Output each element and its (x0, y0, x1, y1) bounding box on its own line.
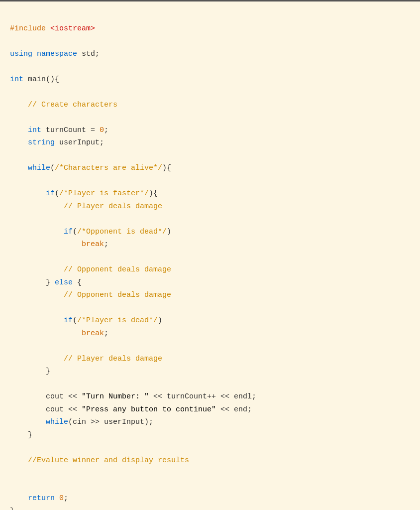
cout-2: cout << (46, 405, 82, 414)
while-keyword: while (28, 164, 50, 172)
while-paren-open: ( (50, 164, 55, 172)
int-keyword-turn: int (28, 126, 41, 134)
cout-1-rest: << turnCount++ << endl; (149, 392, 256, 401)
userinput-decl: userInput; (59, 138, 104, 147)
while-paren-close: ){ (162, 164, 171, 172)
if-paren-2: ( (73, 228, 77, 236)
using-keyword: using (10, 50, 32, 58)
return-semi: ; (64, 494, 68, 503)
cout-1: cout << (46, 392, 82, 401)
break-keyword-1: break (82, 240, 104, 249)
comment-evaluate: //Evalute winner and display results (28, 456, 189, 465)
main-func: main(){ (28, 75, 59, 84)
if-paren-1: ( (55, 189, 59, 198)
string-press-any: "Press any button to continue" (82, 405, 216, 414)
comment-opponent-deals-2: // Opponent deals damage (64, 291, 171, 299)
break-semi-1: ; (104, 240, 108, 249)
break-keyword-2: break (82, 329, 104, 338)
if-paren-close-2: ) (167, 228, 171, 236)
while-cin: while (46, 418, 68, 426)
int-keyword-main: int (10, 75, 23, 84)
directive: #include (10, 24, 46, 33)
code-editor: #include <iostream> using namespace std;… (10, 9, 410, 510)
comment-player-dead: /*Player is dead*/ (77, 316, 158, 325)
close-brace-while: } (28, 431, 32, 439)
if-paren-close-3: ) (158, 316, 162, 325)
if-paren-close-1: ){ (149, 189, 158, 198)
if-paren-3: ( (73, 316, 77, 325)
include-lib: <iostream> (50, 24, 95, 33)
close-brace-1: } (46, 278, 55, 287)
namespace-keyword: namespace (37, 50, 77, 58)
comment-opponent-dead: /*Opponent is dead*/ (77, 228, 167, 236)
else-keyword: else (55, 278, 73, 287)
close-brace-2: } (46, 367, 50, 376)
zero-literal: 0 (100, 126, 104, 134)
semicolon1: ; (104, 126, 108, 134)
if-keyword-3: if (64, 316, 73, 325)
if-keyword-1: if (46, 189, 55, 198)
comment-player-deals-2: // Player deals damage (64, 355, 162, 363)
while-cin-rest: (cin >> userInput); (68, 418, 153, 426)
comment-alive: /*Characters are alive*/ (55, 164, 162, 172)
turncount-decl: turnCount = (46, 126, 100, 134)
return-keyword: return (28, 494, 55, 503)
string-turn-number: "Turn Number: " (82, 392, 149, 401)
comment-player-deals: // Player deals damage (64, 202, 162, 211)
comment-create: // Create characters (28, 101, 117, 109)
std-text: std; (82, 50, 100, 58)
close-brace-main: } (10, 507, 14, 510)
return-zero: 0 (59, 494, 64, 503)
if-keyword-2: if (64, 228, 73, 236)
break-semi-2: ; (104, 329, 108, 338)
string-keyword: string (28, 138, 55, 147)
else-brace: { (73, 278, 82, 287)
comment-opponent-deals-1: // Opponent deals damage (64, 265, 171, 274)
comment-faster: /*Player is faster*/ (59, 189, 149, 198)
cout-2-rest: << end; (216, 405, 252, 414)
